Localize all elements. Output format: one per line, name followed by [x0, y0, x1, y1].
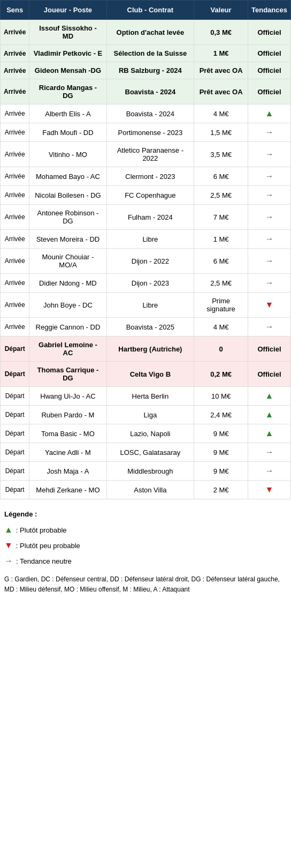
trend-neutral-icon: → [265, 322, 274, 331]
tendance-cell: Officiel [248, 336, 291, 362]
trend-up-icon: ▲ [265, 410, 274, 419]
joueur-cell: Ricardo Mangas - DG [29, 79, 106, 104]
joueur-cell: Gabriel Lemoine - AC [29, 336, 106, 362]
joueur-cell: Vitinho - MO [29, 142, 106, 167]
club-cell: LOSC, Galatasaray [106, 443, 194, 462]
sens-cell: Départ [1, 387, 29, 406]
tendance-cell: → [248, 123, 291, 142]
joueur-cell: Nicolai Boilesen - DG [29, 186, 106, 205]
valeur-cell: Prêt avec OA [194, 62, 248, 79]
joueur-cell: Reggie Cannon - DD [29, 318, 106, 336]
joueur-cell: Vladimir Petkovic - E [29, 45, 106, 62]
sens-cell: Arrivée [1, 104, 29, 123]
club-cell: Boavista - 2024 [106, 79, 194, 104]
sens-cell: Arrivée [1, 142, 29, 167]
sens-cell: Arrivée [1, 274, 29, 293]
valeur-cell: 0 [194, 336, 248, 362]
club-cell: FC Copenhague [106, 186, 194, 205]
tendance-cell: ▲ [248, 424, 291, 443]
club-cell: Aston Villa [106, 481, 194, 499]
tendance-cell: → [248, 462, 291, 481]
trend-neutral-icon: → [265, 466, 274, 475]
club-cell: Libre [106, 230, 194, 249]
joueur-cell: Mounir Chouiar - MO/A [29, 249, 106, 274]
table-row: ArrivéeRicardo Mangas - DGBoavista - 202… [1, 79, 291, 104]
joueur-cell: Mehdi Zerkane - MO [29, 481, 106, 499]
valeur-cell: 2,5 M€ [194, 274, 248, 293]
table-row: ArrivéeMounir Chouiar - MO/ADijon - 2022… [1, 249, 291, 274]
club-cell: Option d'achat levée [106, 20, 194, 45]
trend-down-icon: ▼ [265, 485, 274, 494]
valeur-cell: 0,2 M€ [194, 362, 248, 387]
col-header-tendances: Tendances [248, 1, 291, 20]
table-row: DépartRuben Pardo - MLiga2,4 M€▲ [1, 406, 291, 424]
col-header-valeur: Valeur [194, 1, 248, 20]
trend-neutral-icon: → [265, 149, 274, 159]
tendance-cell: Officiel [248, 62, 291, 79]
joueur-cell: Thomas Carrique - DG [29, 362, 106, 387]
table-row: DépartGabriel Lemoine - ACHartberg (Autr… [1, 336, 291, 362]
joueur-cell: Yacine Adli - M [29, 443, 106, 462]
sens-cell: Départ [1, 481, 29, 499]
valeur-cell: Prime signature [194, 293, 248, 318]
trend-neutral-icon: → [265, 212, 274, 221]
club-cell: RB Salzburg - 2024 [106, 62, 194, 79]
trend-up-icon: ▲ [265, 109, 274, 118]
tendance-cell: → [248, 318, 291, 336]
joueur-cell: Didier Ndong - MD [29, 274, 106, 293]
valeur-cell: 9 M€ [194, 443, 248, 462]
club-cell: Hartberg (Autriche) [106, 336, 194, 362]
valeur-cell: 1 M€ [194, 45, 248, 62]
table-row: ArrivéeGideon Mensah -DGRB Salzburg - 20… [1, 62, 291, 79]
joueur-cell: Steven Moreira - DD [29, 230, 106, 249]
tendance-cell: ▲ [248, 406, 291, 424]
sens-cell: Départ [1, 443, 29, 462]
table-row: ArrivéeSteven Moreira - DDLibre1 M€→ [1, 230, 291, 249]
table-row: ArrivéeJohn Boye - DCLibrePrime signatur… [1, 293, 291, 318]
sens-cell: Arrivée [1, 249, 29, 274]
tendance-cell: ▼ [248, 481, 291, 499]
valeur-cell: 2,5 M€ [194, 186, 248, 205]
table-row: ArrivéeAlberth Elis - ABoavista - 20244 … [1, 104, 291, 123]
valeur-cell: 3,5 M€ [194, 142, 248, 167]
joueur-cell: Mohamed Bayo - AC [29, 167, 106, 186]
sens-cell: Arrivée [1, 186, 29, 205]
club-cell: Boavista - 2024 [106, 104, 194, 123]
table-row: ArrivéeIssouf Sissokho - MDOption d'acha… [1, 20, 291, 45]
tendance-cell: ▲ [248, 387, 291, 406]
tendance-cell: → [248, 249, 291, 274]
trend-neutral-icon: → [265, 256, 274, 265]
sens-cell: Départ [1, 406, 29, 424]
sens-cell: Arrivée [1, 79, 29, 104]
club-cell: Lazio, Napoli [106, 424, 194, 443]
joueur-cell: Issouf Sissokho - MD [29, 20, 106, 45]
joueur-cell: Josh Maja - A [29, 462, 106, 481]
valeur-cell: 6 M€ [194, 167, 248, 186]
joueur-cell: Gideon Mensah -DG [29, 62, 106, 79]
col-header-joueur: Joueur - Poste [29, 1, 106, 20]
valeur-cell: 9 M€ [194, 424, 248, 443]
legend-green-icon: ▲ [4, 522, 13, 538]
tendance-cell: ▼ [248, 293, 291, 318]
tendance-cell: Officiel [248, 45, 291, 62]
table-row: ArrivéeFadh Moufi - DDPortimonense - 202… [1, 123, 291, 142]
valeur-cell: 2 M€ [194, 481, 248, 499]
club-cell: Libre [106, 293, 194, 318]
club-cell: Dijon - 2022 [106, 249, 194, 274]
legend-neutral-icon: → [4, 553, 13, 569]
tendance-cell: → [248, 186, 291, 205]
joueur-cell: Antonee Robinson - DG [29, 205, 106, 230]
transfers-table: Sens Joueur - Poste Club - Contrat Valeu… [0, 0, 291, 499]
trend-neutral-icon: → [265, 171, 274, 181]
valeur-cell: 4 M€ [194, 104, 248, 123]
valeur-cell: 9 M€ [194, 462, 248, 481]
trend-neutral-icon: → [265, 128, 274, 137]
table-row: ArrivéeNicolai Boilesen - DGFC Copenhagu… [1, 186, 291, 205]
trend-up-icon: ▲ [265, 391, 274, 400]
trend-neutral-icon: → [265, 234, 274, 243]
club-cell: Portimonense - 2023 [106, 123, 194, 142]
sens-cell: Départ [1, 362, 29, 387]
sens-cell: Départ [1, 462, 29, 481]
legend-item-label: : Plutôt probable [16, 524, 67, 536]
legend-glossary: G : Gardien, DC : Défenseur central, DD … [4, 574, 287, 595]
